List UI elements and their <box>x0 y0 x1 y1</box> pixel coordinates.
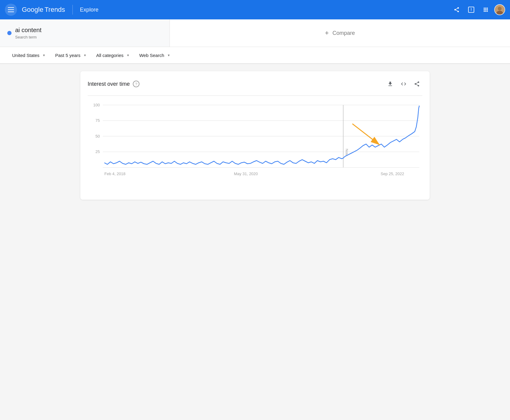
svg-text:Feb 4, 2018: Feb 4, 2018 <box>104 172 126 176</box>
location-filter[interactable]: United States ▼ <box>7 50 50 60</box>
compare-plus-icon: + <box>325 29 329 37</box>
search-term-text: ai content Search term <box>15 27 42 39</box>
share-chart-button[interactable] <box>411 78 422 89</box>
card-header: Interest over time ? <box>88 78 422 89</box>
share-icon <box>454 7 460 13</box>
svg-text:100: 100 <box>93 103 100 107</box>
header-divider <box>72 5 73 15</box>
search-term-type: Search term <box>15 35 42 39</box>
hamburger-icon <box>8 7 14 12</box>
annotation-arrow <box>352 124 380 145</box>
download-button[interactable] <box>385 78 396 89</box>
download-icon <box>387 81 393 87</box>
category-filter-label: All categories <box>96 53 123 58</box>
search-area: ai content Search term + Compare <box>0 19 510 47</box>
filters-bar: United States ▼ Past 5 years ▼ All categ… <box>0 47 510 64</box>
svg-point-3 <box>498 7 502 10</box>
share-chart-icon <box>414 81 420 87</box>
embed-icon <box>401 81 407 87</box>
google-trends-logo[interactable]: Google Trends <box>22 6 65 14</box>
user-avatar[interactable] <box>494 4 505 15</box>
app-header: Google Trends Explore ! <box>0 0 510 19</box>
search-type-caret-icon: ▼ <box>167 54 170 57</box>
search-term-dot <box>7 31 12 35</box>
compare-label: Compare <box>332 30 355 36</box>
svg-text:May 31, 2020: May 31, 2020 <box>234 172 258 176</box>
svg-text:50: 50 <box>96 134 100 138</box>
category-caret-icon: ▼ <box>126 54 129 57</box>
share-button[interactable] <box>451 4 463 16</box>
location-filter-label: United States <box>12 53 39 58</box>
card-title: Interest over time <box>88 81 130 87</box>
interest-over-time-card: Interest over time ? <box>80 71 430 200</box>
main-content: Interest over time ? <box>73 64 437 207</box>
apps-button[interactable] <box>480 4 492 16</box>
page-title: Explore <box>80 7 446 13</box>
svg-text:!: ! <box>471 8 472 12</box>
time-filter-label: Past 5 years <box>55 53 80 58</box>
trends-wordmark: Trends <box>45 6 65 14</box>
chart-svg: 100 75 50 25 Note Feb 4, 2018 <box>88 99 422 192</box>
apps-icon <box>483 7 489 13</box>
avatar-image <box>495 5 505 15</box>
time-filter[interactable]: Past 5 years ▼ <box>50 50 91 60</box>
svg-text:25: 25 <box>96 149 100 154</box>
card-actions <box>385 78 422 89</box>
compare-box[interactable]: + Compare <box>170 19 510 47</box>
chart-container: 100 75 50 25 Note Feb 4, 2018 <box>88 95 422 192</box>
search-type-filter[interactable]: Web Search ▼ <box>134 50 175 60</box>
menu-button[interactable] <box>5 4 17 16</box>
time-caret-icon: ▼ <box>83 54 86 57</box>
embed-button[interactable] <box>398 78 409 89</box>
location-caret-icon: ▼ <box>42 54 45 57</box>
help-button[interactable]: ? <box>133 81 139 87</box>
search-term-name: ai content <box>15 27 42 34</box>
svg-text:75: 75 <box>96 118 100 123</box>
category-filter[interactable]: All categories ▼ <box>91 50 134 60</box>
feedback-button[interactable]: ! <box>465 4 477 16</box>
header-actions: ! <box>451 4 505 16</box>
feedback-icon: ! <box>468 6 475 13</box>
card-title-row: Interest over time ? <box>88 81 139 87</box>
svg-point-4 <box>496 11 503 15</box>
search-term-box[interactable]: ai content Search term <box>0 19 170 47</box>
google-wordmark: Google <box>22 6 43 14</box>
search-type-filter-label: Web Search <box>139 53 164 58</box>
help-icon: ? <box>135 82 137 86</box>
svg-text:Sep 25, 2022: Sep 25, 2022 <box>381 172 404 176</box>
